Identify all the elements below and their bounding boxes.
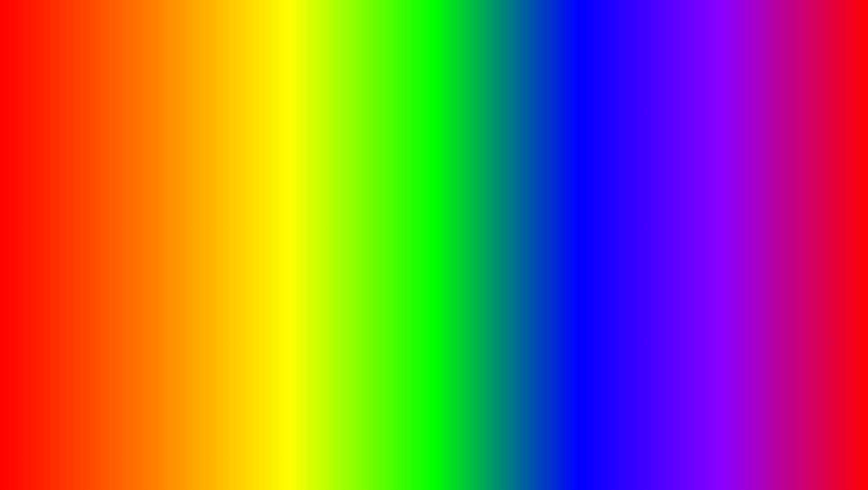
bottom-script: SCRIPT [412, 427, 536, 466]
toggle-sharkman[interactable] [714, 232, 720, 237]
tab-statstp-left[interactable]: Stats/TP [147, 154, 205, 165]
select-weapon-arrow: ▼ [253, 190, 258, 195]
settings-col: Settings Select Weapon เลือกอาวุธ : Mele… [148, 177, 258, 269]
toggle-ectoplasm[interactable] [827, 232, 832, 237]
feature-auto-farm: Auto Farm ฟาร์มแบบอัตโนมัติ [36, 185, 145, 200]
content-row-right: Auto Fighting Auto Fully Godhuman องใช้ก… [610, 177, 832, 269]
autoitem1-label: AutoItem 1/2 [610, 169, 640, 174]
bf-logo-skull: 💀 [737, 439, 769, 471]
tab-autoitem-left[interactable]: AutoItem [89, 154, 147, 165]
setting-bring-monster: Bring Monster ดึงมอน [148, 230, 258, 245]
panel-left-title: Zee Hub Welcome To Z [57, 136, 193, 148]
tab-autoitem-right[interactable]: AutoItem [664, 154, 722, 165]
toggle-auto-third-world[interactable] [139, 257, 145, 263]
setting-fast-attack-noob: Fast Attack Noob Mobile โจมตีเร็วเร็วมือ… [148, 215, 258, 230]
autoitem2-label: AutoItem 2/2 [803, 169, 832, 174]
auto-fighting-col: Auto Fighting Auto Fully Godhuman องใช้ก… [610, 177, 720, 269]
setting-select-weapon[interactable]: Select Weapon เลือกอาวุธ : Melee ▼ [148, 185, 258, 200]
feature-auto-electricclaw: Auto ElectricClaw หนังโกฟ้า [610, 245, 720, 259]
settings-col-label: Settings [148, 178, 258, 183]
panel-left-time: 09:18:37 | May 03, 2023 [193, 139, 246, 144]
toggle-musketeer[interactable] [827, 187, 832, 193]
panel-left: Z Zee Hub Welcome To Z 09:18:37 | May 03… [30, 129, 264, 274]
feature-auto-farm-mon: Auto Farm Mon Aura องใช้ฟาร์มมอนออนอมๆ [36, 215, 145, 230]
title-container: BLOX FRUITS [3, 16, 865, 84]
bottom-text-container: AUTO FARM SCRIPT PASTEBIN [3, 423, 865, 469]
title-blox: BLOX [229, 16, 395, 84]
feature-auto-new-world: Auto New World จัดโนมิมิโลก2 [36, 240, 145, 255]
toggle-superhuman[interactable] [714, 202, 720, 208]
panel-right-time: 09:19:17 | May 03, 2023 [768, 139, 821, 144]
panel-right-nav: Main AutoItem Stats/TP Dungeon [606, 154, 837, 165]
autofarm-col: AutoFarm Auto Farm ฟาร์มแบบอัตโนมัติ [36, 177, 145, 269]
feature-rengoku: Auto Rengoku ดาบแสนโกม [723, 215, 832, 230]
panel-right-title: Zee Hub Welcome To Ze [632, 136, 768, 148]
toggle-auto-farm[interactable] [139, 187, 145, 193]
tab-dungeon-right[interactable]: Dungeon [779, 154, 837, 165]
toggle-godhuman[interactable] [714, 187, 720, 193]
feature-oder-sword: Auto Oder Sword [723, 255, 832, 264]
panels-container: Z Zee Hub Welcome To Z 09:18:37 | May 03… [30, 129, 838, 274]
discord-icon-right: ⬡ [824, 137, 832, 147]
panel-left-header: Z Zee Hub Welcome To Z 09:18:37 | May 03… [31, 130, 262, 154]
discord-icon-left: ⬡ [250, 137, 257, 147]
title-fruits: FRUITS [422, 16, 639, 84]
panel-right: Z Zee Hub Welcome To Ze 09:19:17 | May 0… [604, 129, 838, 274]
toggle-dragontalon[interactable] [714, 262, 720, 267]
bf-logo-fruits: FRUITS [774, 455, 848, 478]
autofarm-label: AutoFarm [36, 178, 145, 183]
setting-fast-attack: Fast Attack โจมตีเร็วเร็ว [148, 200, 258, 215]
panel-right-header: Z Zee Hub Welcome To Ze 09:19:17 | May 0… [606, 130, 837, 154]
feature-auto-third-world: Auto Third World [36, 255, 145, 264]
auto-fighting-label: Auto Fighting [610, 178, 720, 183]
toggle-black-screen[interactable] [252, 262, 258, 267]
feature-auto-godhuman: Auto Fully Godhuman องใช้กำพลังกอด [610, 185, 720, 200]
panel-left-content: Main Settings AutoFarm Auto Farm ฟาร์มแบ… [31, 165, 262, 272]
feature-auto-superhuman: Auto Fully Superhuman องใช้กำพลังสาม [610, 200, 720, 215]
toggle-fast-attack[interactable] [252, 202, 258, 208]
toggle-auto-haki[interactable] [252, 247, 258, 252]
auto-item-col: Auto Item Auto Musketeer Hat หมวกกอย [723, 177, 832, 269]
toggle-auto-new-world[interactable] [139, 242, 145, 248]
tab-dungeon-left[interactable]: Dungeon [205, 154, 262, 165]
toggle-electricclaw[interactable] [714, 247, 720, 252]
tab-main-left[interactable]: Main [31, 154, 89, 165]
feature-auto-deathstep: AutoDeathStep องใช้ก้าว [610, 215, 720, 230]
section-header-left: Main Settings [36, 169, 258, 174]
feature-auto-dragontalon: Auto DragonTalon [610, 259, 720, 269]
tab-main-right[interactable]: Main [606, 154, 664, 165]
toggle-rengoku[interactable] [827, 217, 832, 223]
toggle-rainbow-haki[interactable] [827, 202, 832, 208]
oder-sword-divider: Oder Sword [723, 246, 832, 254]
feature-auto-farm-fast: Auto Farm Fast ฟาร์มข้ามคนสืบทำลองฟ้า [36, 200, 145, 215]
settings-section-label: Settings [238, 169, 258, 174]
feature-auto-sharkman: Auto Sharkman องใช้พัดว้องสาม [610, 230, 720, 245]
panel-right-logo: Z [611, 134, 627, 150]
toggle-auto-farm-mon[interactable] [139, 217, 145, 223]
toggle-auto-farm-fast[interactable] [139, 202, 145, 208]
bottom-pastebin: PASTEBIN [545, 427, 713, 466]
feature-ectoplasm: Auto Farm Ectoplasm เสตอวกแมว [723, 230, 832, 245]
bf-logo-blox: BLOX [774, 432, 848, 455]
bottom-auto-farm: AUTO FARM [155, 423, 403, 469]
panel-right-content: AutoItem 1/2 AutoItem 2/2 Auto Fighting … [606, 165, 837, 272]
feature-rainbow-haki: Auto Rainbow Haki ฮากิสีรุ้ง [723, 200, 832, 215]
toggle-deathstep[interactable] [714, 217, 720, 223]
setting-black-screen: Black Screen [148, 259, 258, 269]
toggle-bring-monster[interactable] [252, 232, 258, 237]
feature-musketeer-hat: Auto Musketeer Hat หมวกกอย [723, 185, 832, 200]
setting-auto-haki: Auto Haki เปิดฮากิ [148, 245, 258, 259]
bf-logo: 💀 BLOX FRUITS [737, 432, 848, 478]
toggle-oder-sword[interactable] [827, 257, 832, 263]
auto-world-divider: Auto World [36, 231, 145, 239]
auto-item-label: Auto Item [723, 178, 832, 183]
tab-statstp-right[interactable]: Stats/TP [722, 154, 780, 165]
panel-left-logo: Z [36, 134, 53, 150]
content-row-left: AutoFarm Auto Farm ฟาร์มแบบอัตโนมัติ [36, 177, 258, 269]
toggle-fast-attack-noob[interactable] [252, 217, 258, 223]
panel-left-nav: Main AutoItem Stats/TP Dungeon [31, 154, 262, 165]
main-section-label: Main [36, 169, 47, 174]
section-header-right: AutoItem 1/2 AutoItem 2/2 [610, 169, 832, 174]
